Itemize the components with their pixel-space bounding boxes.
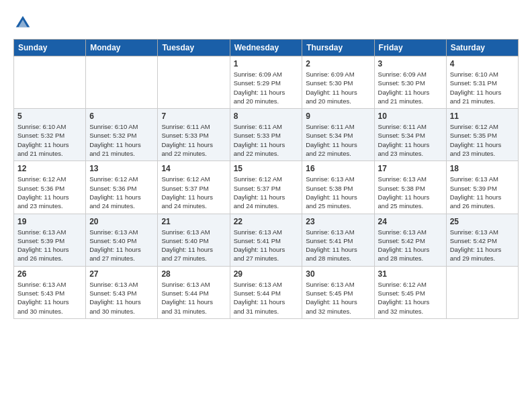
day-number: 10 — [378, 111, 443, 121]
calendar-day-15: 15Sunrise: 6:12 AM Sunset: 5:37 PM Dayli… — [230, 161, 302, 214]
calendar-week-row: 19Sunrise: 6:13 AM Sunset: 5:39 PM Dayli… — [14, 214, 519, 266]
calendar-week-row: 26Sunrise: 6:13 AM Sunset: 5:43 PM Dayli… — [14, 266, 519, 318]
calendar-day-17: 17Sunrise: 6:13 AM Sunset: 5:38 PM Dayli… — [374, 161, 446, 214]
day-info: Sunrise: 6:12 AM Sunset: 5:37 PM Dayligh… — [234, 175, 299, 210]
calendar-day-31: 31Sunrise: 6:12 AM Sunset: 5:45 PM Dayli… — [374, 266, 446, 318]
day-number: 16 — [306, 164, 370, 173]
day-info: Sunrise: 6:12 AM Sunset: 5:36 PM Dayligh… — [17, 175, 82, 210]
calendar-empty-cell — [446, 266, 518, 318]
calendar-day-14: 14Sunrise: 6:12 AM Sunset: 5:37 PM Dayli… — [158, 161, 230, 214]
calendar-week-row: 5Sunrise: 6:10 AM Sunset: 5:32 PM Daylig… — [14, 109, 519, 161]
calendar-day-25: 25Sunrise: 6:13 AM Sunset: 5:42 PM Dayli… — [446, 214, 518, 266]
calendar-header-saturday: Saturday — [446, 40, 518, 56]
logo-icon — [13, 13, 32, 32]
day-info: Sunrise: 6:13 AM Sunset: 5:42 PM Dayligh… — [450, 228, 515, 263]
calendar-day-24: 24Sunrise: 6:13 AM Sunset: 5:42 PM Dayli… — [374, 214, 446, 266]
day-info: Sunrise: 6:13 AM Sunset: 5:45 PM Dayligh… — [306, 280, 370, 316]
calendar-day-9: 9Sunrise: 6:11 AM Sunset: 5:34 PM Daylig… — [302, 109, 374, 161]
day-number: 2 — [306, 59, 370, 68]
day-info: Sunrise: 6:10 AM Sunset: 5:32 PM Dayligh… — [89, 122, 154, 158]
calendar-header-friday: Friday — [374, 40, 446, 56]
calendar-day-20: 20Sunrise: 6:13 AM Sunset: 5:40 PM Dayli… — [86, 214, 158, 266]
calendar-header-row: SundayMondayTuesdayWednesdayThursdayFrid… — [14, 40, 519, 56]
day-number: 24 — [378, 217, 443, 226]
day-number: 11 — [450, 111, 515, 121]
day-number: 31 — [378, 269, 443, 279]
calendar-week-row: 1Sunrise: 6:09 AM Sunset: 5:29 PM Daylig… — [14, 56, 519, 109]
page-header — [13, 13, 519, 32]
calendar-day-30: 30Sunrise: 6:13 AM Sunset: 5:45 PM Dayli… — [302, 266, 374, 318]
day-number: 29 — [234, 269, 299, 279]
day-number: 25 — [450, 217, 515, 226]
day-info: Sunrise: 6:13 AM Sunset: 5:44 PM Dayligh… — [234, 280, 299, 316]
calendar-day-18: 18Sunrise: 6:13 AM Sunset: 5:39 PM Dayli… — [446, 161, 518, 214]
calendar-day-26: 26Sunrise: 6:13 AM Sunset: 5:43 PM Dayli… — [14, 266, 86, 318]
calendar-header-tuesday: Tuesday — [158, 40, 230, 56]
calendar-day-1: 1Sunrise: 6:09 AM Sunset: 5:29 PM Daylig… — [230, 56, 302, 109]
day-number: 27 — [89, 269, 154, 279]
calendar-empty-cell — [158, 56, 230, 109]
day-info: Sunrise: 6:13 AM Sunset: 5:38 PM Dayligh… — [378, 175, 443, 210]
day-info: Sunrise: 6:12 AM Sunset: 5:45 PM Dayligh… — [378, 280, 443, 316]
day-info: Sunrise: 6:13 AM Sunset: 5:41 PM Dayligh… — [234, 228, 299, 263]
day-number: 14 — [161, 164, 226, 173]
day-info: Sunrise: 6:12 AM Sunset: 5:36 PM Dayligh… — [89, 175, 154, 210]
calendar-week-row: 12Sunrise: 6:12 AM Sunset: 5:36 PM Dayli… — [14, 161, 519, 214]
day-number: 13 — [89, 164, 154, 173]
day-info: Sunrise: 6:13 AM Sunset: 5:41 PM Dayligh… — [306, 228, 370, 263]
day-number: 20 — [89, 217, 154, 226]
day-info: Sunrise: 6:09 AM Sunset: 5:29 PM Dayligh… — [234, 70, 299, 105]
calendar-empty-cell — [86, 56, 158, 109]
day-number: 12 — [17, 164, 82, 173]
day-number: 21 — [161, 217, 226, 226]
day-info: Sunrise: 6:13 AM Sunset: 5:40 PM Dayligh… — [89, 228, 154, 263]
day-number: 19 — [17, 217, 82, 226]
calendar-day-23: 23Sunrise: 6:13 AM Sunset: 5:41 PM Dayli… — [302, 214, 374, 266]
calendar-day-2: 2Sunrise: 6:09 AM Sunset: 5:30 PM Daylig… — [302, 56, 374, 109]
calendar-day-5: 5Sunrise: 6:10 AM Sunset: 5:32 PM Daylig… — [14, 109, 86, 161]
day-info: Sunrise: 6:12 AM Sunset: 5:37 PM Dayligh… — [161, 175, 226, 210]
day-info: Sunrise: 6:11 AM Sunset: 5:34 PM Dayligh… — [378, 122, 443, 158]
day-number: 18 — [450, 164, 515, 173]
day-number: 3 — [378, 59, 443, 68]
calendar-day-13: 13Sunrise: 6:12 AM Sunset: 5:36 PM Dayli… — [86, 161, 158, 214]
calendar-day-6: 6Sunrise: 6:10 AM Sunset: 5:32 PM Daylig… — [86, 109, 158, 161]
day-info: Sunrise: 6:10 AM Sunset: 5:32 PM Dayligh… — [17, 122, 82, 158]
calendar-header-monday: Monday — [86, 40, 158, 56]
day-number: 28 — [161, 269, 226, 279]
calendar-day-11: 11Sunrise: 6:12 AM Sunset: 5:35 PM Dayli… — [446, 109, 518, 161]
day-number: 22 — [234, 217, 299, 226]
calendar-day-16: 16Sunrise: 6:13 AM Sunset: 5:38 PM Dayli… — [302, 161, 374, 214]
calendar-day-10: 10Sunrise: 6:11 AM Sunset: 5:34 PM Dayli… — [374, 109, 446, 161]
day-number: 30 — [306, 269, 370, 279]
day-info: Sunrise: 6:11 AM Sunset: 5:33 PM Dayligh… — [161, 122, 226, 158]
day-info: Sunrise: 6:13 AM Sunset: 5:38 PM Dayligh… — [306, 175, 370, 210]
calendar-day-7: 7Sunrise: 6:11 AM Sunset: 5:33 PM Daylig… — [158, 109, 230, 161]
calendar-day-4: 4Sunrise: 6:10 AM Sunset: 5:31 PM Daylig… — [446, 56, 518, 109]
calendar-day-3: 3Sunrise: 6:09 AM Sunset: 5:30 PM Daylig… — [374, 56, 446, 109]
day-number: 7 — [161, 111, 226, 121]
day-number: 15 — [234, 164, 299, 173]
calendar-day-12: 12Sunrise: 6:12 AM Sunset: 5:36 PM Dayli… — [14, 161, 86, 214]
day-info: Sunrise: 6:10 AM Sunset: 5:31 PM Dayligh… — [450, 70, 515, 105]
day-info: Sunrise: 6:13 AM Sunset: 5:43 PM Dayligh… — [17, 280, 82, 316]
calendar-header-wednesday: Wednesday — [230, 40, 302, 56]
day-info: Sunrise: 6:09 AM Sunset: 5:30 PM Dayligh… — [378, 70, 443, 105]
calendar-header-thursday: Thursday — [302, 40, 374, 56]
calendar-day-21: 21Sunrise: 6:13 AM Sunset: 5:40 PM Dayli… — [158, 214, 230, 266]
calendar-day-28: 28Sunrise: 6:13 AM Sunset: 5:44 PM Dayli… — [158, 266, 230, 318]
calendar-day-29: 29Sunrise: 6:13 AM Sunset: 5:44 PM Dayli… — [230, 266, 302, 318]
calendar-empty-cell — [14, 56, 86, 109]
day-number: 23 — [306, 217, 370, 226]
day-info: Sunrise: 6:12 AM Sunset: 5:35 PM Dayligh… — [450, 122, 515, 158]
day-number: 4 — [450, 59, 515, 68]
day-info: Sunrise: 6:11 AM Sunset: 5:34 PM Dayligh… — [306, 122, 370, 158]
day-number: 9 — [306, 111, 370, 121]
day-number: 1 — [234, 59, 299, 68]
day-info: Sunrise: 6:13 AM Sunset: 5:39 PM Dayligh… — [17, 228, 82, 263]
day-info: Sunrise: 6:13 AM Sunset: 5:40 PM Dayligh… — [161, 228, 226, 263]
day-info: Sunrise: 6:13 AM Sunset: 5:43 PM Dayligh… — [89, 280, 154, 316]
calendar-table: SundayMondayTuesdayWednesdayThursdayFrid… — [13, 39, 519, 319]
day-info: Sunrise: 6:09 AM Sunset: 5:30 PM Dayligh… — [306, 70, 370, 105]
day-number: 8 — [234, 111, 299, 121]
